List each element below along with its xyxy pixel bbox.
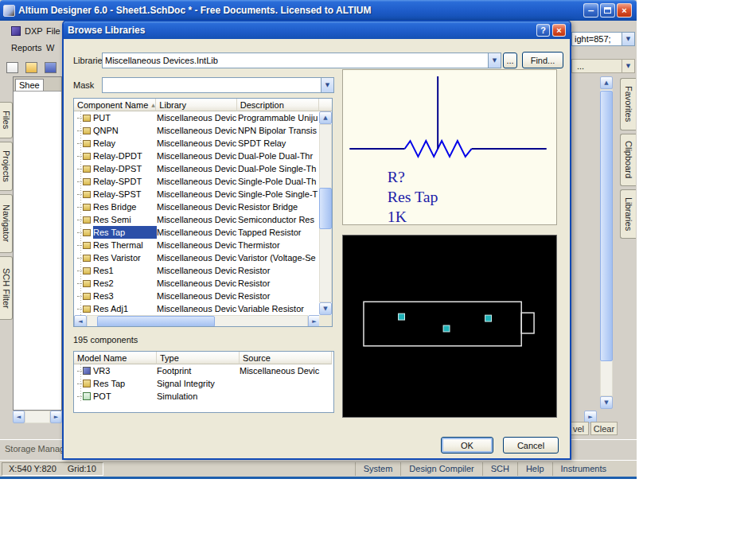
model-row[interactable]: VR3FootprintMiscellaneous Devic (74, 364, 333, 377)
component-icon (83, 267, 91, 274)
mask-combo[interactable]: ▼ (102, 77, 334, 93)
component-row[interactable]: Res SemiMiscellaneous DevicSemiconductor… (74, 213, 321, 226)
sidebar-tab-files[interactable]: Files (0, 102, 13, 138)
component-row[interactable]: Relay-SPDTMiscellaneous DevicSingle-Pole… (74, 175, 321, 188)
main-vscrollbar[interactable]: ▲ ▼ (600, 76, 613, 409)
window-title: Altium Designer 6.0 - Sheet1.SchDoc * - … (18, 5, 583, 16)
status-menu-instruments[interactable]: Instruments (552, 462, 614, 476)
scroll-down-icon[interactable]: ▼ (319, 302, 332, 315)
restore-icon (604, 7, 611, 14)
model-list: Model Name Type Source VR3FootprintMisce… (73, 351, 334, 413)
dialog-title: Browse Libraries (68, 25, 145, 36)
status-menu-sch[interactable]: SCH (482, 462, 517, 476)
document-tabbar: Shee (14, 77, 61, 92)
component-row[interactable]: Res2Miscellaneous DevicResistor (74, 277, 321, 290)
sidebar-tab-sch-filter[interactable]: SCH Filter (0, 256, 13, 320)
scroll-down-icon[interactable]: ▼ (600, 396, 613, 409)
column-header-source[interactable]: Source (240, 352, 332, 364)
chevron-down-icon[interactable]: ▼ (622, 60, 634, 72)
component-row[interactable]: Res1Miscellaneous DevicResistor (74, 264, 321, 277)
chevron-down-icon[interactable]: ▼ (488, 53, 501, 68)
browse-more-button[interactable]: ... (503, 53, 517, 68)
libraries-combo[interactable]: Miscellaneous Devices.IntLib ▼ (102, 53, 501, 68)
component-icon (83, 242, 91, 249)
dialog-close-button[interactable]: × (552, 24, 566, 37)
clear-button[interactable]: Clear (590, 422, 618, 435)
cursor-position: X:540 Y:820 (9, 464, 57, 473)
coordinate-readout: X:540 Y:820 Grid:10 (2, 462, 103, 476)
sidebar-tab-projects[interactable]: Projects (0, 142, 13, 191)
column-header-library[interactable]: Library (156, 99, 236, 111)
model-row[interactable]: Res TapSignal Integrity (74, 377, 333, 390)
component-row[interactable]: Relay-DPDTMiscellaneous DevicDual-Pole D… (74, 150, 321, 162)
component-row[interactable]: Res Adj1Miscellaneous DevicVariable Resi… (74, 302, 321, 315)
component-list-hscrollbar[interactable]: ◄ ► (74, 315, 321, 327)
menu-file[interactable]: File (46, 26, 60, 36)
component-row[interactable]: Res ThermalMiscellaneous DevicThermistor (74, 239, 321, 251)
sheet-document-tab[interactable]: Shee (15, 79, 44, 91)
model-row[interactable]: POTSimulation (74, 390, 333, 403)
help-button[interactable]: ? (536, 24, 550, 37)
scroll-up-icon[interactable]: ▲ (600, 76, 613, 89)
column-header-model-name[interactable]: Model Name (74, 352, 157, 364)
column-header-description[interactable]: Description (237, 99, 319, 111)
component-list-header: Component Name▲ Library Description (74, 99, 332, 111)
component-row[interactable]: QNPNMiscellaneous DevicNPN Bipolar Trans… (74, 124, 321, 137)
new-document-icon[interactable] (6, 62, 18, 73)
documents-panel: Shee (13, 76, 62, 411)
close-button[interactable]: × (617, 3, 632, 18)
dialog-titlebar[interactable]: Browse Libraries ? × (64, 21, 570, 39)
panel-tab-favorites[interactable]: Favorites (620, 78, 636, 130)
status-menu-design-compiler[interactable]: Design Compiler (400, 462, 481, 476)
scroll-left-icon[interactable]: ◄ (74, 315, 87, 327)
component-icon (83, 191, 91, 198)
scroll-left-icon[interactable]: ◄ (13, 411, 25, 423)
component-row[interactable]: RelayMiscellaneous DevicSPDT Relay (74, 137, 321, 150)
scroll-thumb[interactable] (600, 91, 613, 361)
component-list-body: PUTMiscellaneous DevicProgrammable Uniju… (74, 111, 321, 315)
panel-hscrollbar[interactable]: ◄ ► (13, 411, 62, 423)
ok-button[interactable]: OK (441, 437, 493, 454)
open-folder-icon[interactable] (25, 62, 37, 73)
toolbar-overflow[interactable]: ... ▼ (571, 59, 635, 73)
resistor-tap-symbol: R? Res Tap 1K (343, 70, 556, 224)
scroll-right-icon[interactable]: ► (50, 411, 62, 423)
scroll-thumb[interactable] (319, 188, 332, 229)
save-icon[interactable] (45, 62, 57, 73)
status-menu-system[interactable]: System (355, 462, 401, 476)
scroll-up-icon[interactable]: ▲ (319, 111, 332, 124)
symbol-designator: R? (388, 168, 405, 185)
component-row-selected[interactable]: Res TapMiscellaneous DevicTapped Resisto… (74, 226, 321, 239)
status-menu-help[interactable]: Help (517, 462, 552, 476)
model-list-header: Model Name Type Source (74, 352, 333, 364)
cancel-button[interactable]: Cancel (503, 437, 559, 454)
component-list-vscrollbar[interactable]: ▲ ▼ (319, 111, 332, 315)
menu-reports[interactable]: Reports (11, 43, 42, 53)
footprint-preview (342, 235, 557, 418)
sidebar-tab-navigator[interactable]: Navigator (0, 194, 13, 253)
column-header-type[interactable]: Type (157, 352, 240, 364)
column-header-component-name[interactable]: Component Name▲ (74, 99, 156, 111)
menu-window[interactable]: W (46, 43, 54, 53)
component-row[interactable]: Res3Miscellaneous DevicResistor (74, 290, 321, 302)
menu-dxp[interactable]: DXP (25, 26, 43, 36)
component-row[interactable]: Relay-SPSTMiscellaneous DevicSingle-Pole… (74, 188, 321, 201)
libraries-combo-value: Miscellaneous Devices.IntLib (105, 56, 218, 65)
chevron-down-icon[interactable]: ▼ (321, 78, 333, 92)
maximize-button[interactable] (600, 3, 615, 18)
symbol-comment: Res Tap (388, 188, 438, 205)
panel-tab-clipboard[interactable]: Clipboard (620, 134, 636, 186)
component-list: Component Name▲ Library Description PUTM… (73, 98, 333, 327)
pad (399, 313, 405, 320)
scroll-thumb[interactable] (97, 316, 215, 327)
component-row[interactable]: Relay-DPSTMiscellaneous DevicDual-Pole S… (74, 162, 321, 175)
minimize-button[interactable]: − (583, 3, 598, 18)
find-button[interactable]: Find... (522, 52, 563, 68)
dxp-icon[interactable] (11, 26, 21, 36)
parameter-combo[interactable]: ight=857; ▼ (571, 32, 635, 46)
panel-tab-libraries[interactable]: Libraries (620, 189, 636, 239)
component-row[interactable]: Res BridgeMiscellaneous DevicResistor Br… (74, 201, 321, 213)
component-row[interactable]: PUTMiscellaneous DevicProgrammable Uniju (74, 111, 321, 124)
chevron-down-icon[interactable]: ▼ (622, 33, 634, 45)
component-row[interactable]: Res VaristorMiscellaneous DevicVaristor … (74, 251, 321, 264)
